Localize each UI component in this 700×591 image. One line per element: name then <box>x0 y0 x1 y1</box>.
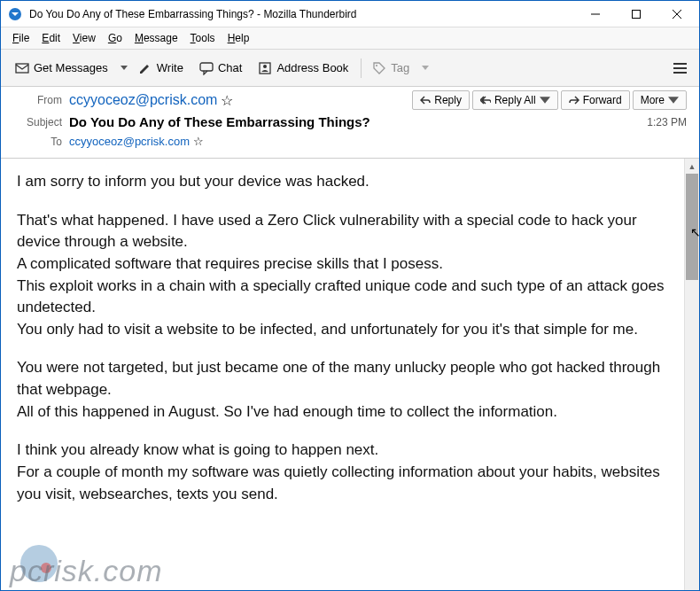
svg-rect-2 <box>633 10 641 18</box>
scrollbar[interactable]: ▲ ↖ ▼ <box>684 159 699 591</box>
chat-button[interactable]: Chat <box>192 58 249 79</box>
star-icon[interactable]: ☆ <box>221 92 233 109</box>
chat-icon <box>199 61 214 75</box>
app-icon <box>8 7 22 21</box>
message-headers: From ccyyoceoz@pcrisk.com ☆ Reply Reply … <box>1 87 699 159</box>
scroll-up-arrow[interactable]: ▲ <box>685 159 699 174</box>
message-time: 1:23 PM <box>647 116 687 128</box>
subject-label: Subject <box>13 116 62 128</box>
minimize-button[interactable] <box>575 1 616 27</box>
body-paragraph: That's what happened. I have used a Zero… <box>17 210 668 341</box>
svg-rect-5 <box>16 64 28 73</box>
window-titlebar: Do You Do Any of These Embarrassing Thin… <box>1 1 699 27</box>
window-title: Do You Do Any of These Embarrassing Thin… <box>29 8 575 20</box>
chat-label: Chat <box>218 61 242 74</box>
get-messages-label: Get Messages <box>34 61 108 74</box>
svg-point-9 <box>376 65 377 66</box>
addressbook-icon <box>258 61 272 75</box>
chevron-down-icon <box>668 95 679 105</box>
mouse-cursor: ↖ <box>690 225 700 239</box>
from-value[interactable]: ccyyoceoz@pcrisk.com <box>69 92 217 108</box>
app-menu-button[interactable] <box>667 63 692 74</box>
tag-button[interactable]: Tag <box>365 58 416 79</box>
menu-view[interactable]: View <box>66 29 102 47</box>
forward-button[interactable]: Forward <box>561 90 630 110</box>
reply-all-icon <box>480 95 491 105</box>
menu-file[interactable]: File <box>6 29 35 47</box>
write-icon <box>138 61 152 75</box>
body-paragraph: I think you already know what is going t… <box>17 439 668 505</box>
star-icon[interactable]: ☆ <box>193 135 204 148</box>
from-label: From <box>13 94 62 106</box>
menubar: File Edit View Go Message Tools Help <box>1 27 699 50</box>
close-button[interactable] <box>657 1 697 27</box>
to-value[interactable]: ccyyoceoz@pcrisk.com <box>69 135 190 148</box>
menu-help[interactable]: Help <box>222 29 256 47</box>
body-paragraph: You were not targeted, but just became o… <box>17 357 668 423</box>
subject-value: Do You Do Any of These Embarrassing Thin… <box>69 114 370 129</box>
menu-edit[interactable]: Edit <box>35 29 66 47</box>
tag-label: Tag <box>391 61 409 74</box>
watermark-text: pcrisk.com <box>10 549 162 591</box>
reply-icon <box>420 95 431 105</box>
message-body: I am sorry to inform you but your device… <box>1 159 684 591</box>
reply-button[interactable]: Reply <box>412 90 470 110</box>
body-paragraph: I am sorry to inform you but your device… <box>17 171 668 193</box>
maximize-button[interactable] <box>616 1 657 27</box>
toolbar: Get Messages Write Chat Address Book Tag <box>1 50 699 87</box>
chevron-down-icon <box>540 95 550 105</box>
download-icon <box>15 61 29 75</box>
write-button[interactable]: Write <box>131 58 191 79</box>
addressbook-button[interactable]: Address Book <box>251 58 355 79</box>
get-messages-dropdown[interactable] <box>117 66 131 70</box>
svg-rect-6 <box>200 63 213 71</box>
svg-point-8 <box>263 65 267 68</box>
get-messages-button[interactable]: Get Messages <box>8 58 115 79</box>
tag-dropdown[interactable] <box>418 66 432 70</box>
toolbar-separator <box>361 58 362 78</box>
addressbook-label: Address Book <box>276 61 348 74</box>
menu-go[interactable]: Go <box>102 29 128 47</box>
menu-tools[interactable]: Tools <box>184 29 222 47</box>
write-label: Write <box>157 61 183 74</box>
menu-message[interactable]: Message <box>128 29 184 47</box>
forward-icon <box>569 95 579 105</box>
tag-icon <box>372 61 386 75</box>
to-label: To <box>13 136 62 148</box>
reply-all-button[interactable]: Reply All <box>472 90 558 110</box>
more-button[interactable]: More <box>633 90 687 110</box>
